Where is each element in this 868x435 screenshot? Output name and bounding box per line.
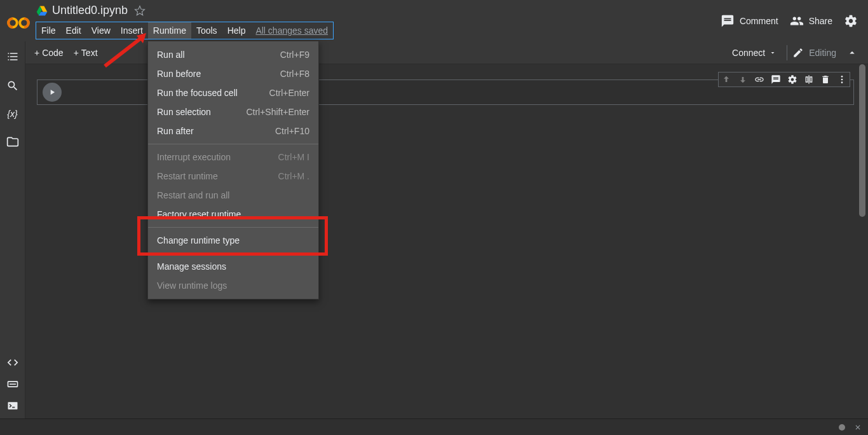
- menu-insert[interactable]: Insert: [116, 22, 148, 39]
- move-down-icon[interactable]: [738, 74, 748, 85]
- code-label: Code: [42, 48, 63, 58]
- menu-file[interactable]: File: [36, 22, 61, 39]
- comment-icon: [721, 14, 735, 28]
- star-icon[interactable]: [134, 5, 146, 17]
- label: Run selection: [157, 107, 211, 117]
- pencil-icon: [792, 47, 804, 59]
- status-icon: [839, 424, 845, 431]
- collapse-button[interactable]: [844, 45, 860, 61]
- separator: [148, 253, 318, 254]
- cell-settings-icon[interactable]: [787, 74, 797, 85]
- shortcut: Ctrl+Enter: [269, 88, 309, 98]
- menubar-highlight: File Edit View Insert Runtime Tools Help…: [36, 22, 334, 39]
- shortcut: Ctrl+F8: [280, 69, 309, 79]
- menu-tools[interactable]: Tools: [191, 22, 222, 39]
- menu-run-all[interactable]: Run all Ctrl+F9: [148, 45, 318, 64]
- scrollbar[interactable]: [859, 64, 867, 418]
- svg-point-8: [841, 81, 843, 83]
- label: Change runtime type: [157, 235, 240, 245]
- runtime-dropdown: Run all Ctrl+F9 Run before Ctrl+F8 Run t…: [147, 41, 319, 300]
- document-title[interactable]: Untitled0.ipynb: [52, 4, 128, 17]
- shortcut: Ctrl+F10: [275, 126, 309, 136]
- header: Untitled0.ipynb File Edit View Insert Ru…: [0, 0, 868, 41]
- left-rail: {x}: [0, 41, 25, 418]
- connect-button[interactable]: Connect: [727, 45, 782, 60]
- play-icon: [48, 88, 57, 97]
- gear-icon: [844, 14, 858, 28]
- toc-icon[interactable]: [6, 50, 19, 63]
- code-snippets-icon[interactable]: [6, 356, 19, 369]
- menu-run-after[interactable]: Run after Ctrl+F10: [148, 121, 318, 141]
- label: Manage sessions: [157, 261, 226, 272]
- shortcut: Ctrl+M I: [278, 152, 309, 162]
- label: Restart runtime: [157, 171, 218, 181]
- share-button[interactable]: Share: [790, 14, 832, 28]
- move-up-icon[interactable]: [721, 74, 731, 85]
- left-rail-bottom: [0, 356, 25, 412]
- run-button[interactable]: [43, 83, 62, 102]
- save-status[interactable]: All changes saved: [250, 22, 333, 39]
- add-code-button[interactable]: + Code: [29, 45, 69, 60]
- comment-label: Comment: [740, 16, 778, 26]
- label: Run all: [157, 50, 185, 60]
- connect-label: Connect: [732, 48, 765, 58]
- add-comment-icon[interactable]: [771, 74, 781, 85]
- menu-edit[interactable]: Edit: [61, 22, 86, 39]
- menu-view[interactable]: View: [86, 22, 116, 39]
- variables-icon[interactable]: {x}: [7, 109, 17, 119]
- label: Interrupt execution: [157, 152, 231, 162]
- label: View runtime logs: [157, 280, 227, 291]
- header-right: Comment Share: [721, 0, 862, 41]
- menu-factory-reset[interactable]: Factory reset runtime: [148, 205, 318, 224]
- add-text-button[interactable]: + Text: [69, 45, 103, 60]
- terminal-icon[interactable]: [6, 399, 19, 412]
- comment-button[interactable]: Comment: [721, 14, 778, 28]
- menu-run-before[interactable]: Run before Ctrl+F8: [148, 64, 318, 83]
- close-icon[interactable]: [854, 424, 862, 431]
- more-icon[interactable]: [837, 74, 847, 85]
- editing-mode[interactable]: Editing: [792, 47, 836, 59]
- shortcut: Ctrl+M .: [278, 171, 309, 181]
- files-icon[interactable]: [6, 135, 19, 148]
- text-label: Text: [81, 48, 98, 58]
- menu-view-runtime-logs: View runtime logs: [148, 276, 318, 295]
- settings-button[interactable]: [844, 14, 858, 28]
- delete-icon[interactable]: [820, 74, 831, 85]
- separator: [148, 227, 318, 228]
- plus-icon: +: [74, 48, 79, 58]
- menu-run-focused[interactable]: Run the focused cell Ctrl+Enter: [148, 83, 318, 102]
- menu-restart: Restart runtime Ctrl+M .: [148, 167, 318, 186]
- menu-runtime[interactable]: Runtime: [148, 22, 191, 39]
- header-center: Untitled0.ipynb File Edit View Insert Ru…: [33, 0, 721, 41]
- drive-icon: [36, 4, 48, 17]
- separator: [787, 45, 787, 60]
- mirror-cell-icon[interactable]: [804, 74, 814, 85]
- shortcut: Ctrl+Shift+Enter: [246, 107, 309, 117]
- shortcut: Ctrl+F9: [280, 50, 309, 60]
- menu-help[interactable]: Help: [222, 22, 251, 39]
- scrollbar-thumb[interactable]: [859, 64, 865, 217]
- menu-run-selection[interactable]: Run selection Ctrl+Shift+Enter: [148, 102, 318, 121]
- command-palette-icon[interactable]: [6, 378, 19, 390]
- caret-down-icon: [769, 49, 776, 57]
- plus-icon: +: [34, 48, 39, 58]
- label: Run the focused cell: [157, 88, 238, 98]
- menubar: File Edit View Insert Runtime Tools Help…: [33, 20, 721, 41]
- menu-manage-sessions[interactable]: Manage sessions: [148, 257, 318, 276]
- cell-toolbar: [718, 72, 850, 87]
- link-icon[interactable]: [754, 74, 764, 85]
- chevron-up-icon: [846, 47, 858, 59]
- editing-label: Editing: [809, 48, 836, 58]
- search-icon[interactable]: [6, 79, 19, 92]
- svg-point-7: [841, 79, 843, 81]
- toolbar: + Code + Text Connect Editing: [0, 41, 868, 64]
- menu-change-runtime-type[interactable]: Change runtime type: [148, 231, 318, 250]
- share-label: Share: [809, 16, 832, 26]
- label: Restart and run all: [157, 190, 229, 200]
- label: Run after: [157, 126, 194, 136]
- menu-interrupt: Interrupt execution Ctrl+M I: [148, 148, 318, 167]
- colab-logo[interactable]: [4, 0, 33, 41]
- title-row: Untitled0.ipynb: [33, 1, 721, 20]
- menu-restart-run-all: Restart and run all: [148, 186, 318, 205]
- label: Run before: [157, 69, 201, 79]
